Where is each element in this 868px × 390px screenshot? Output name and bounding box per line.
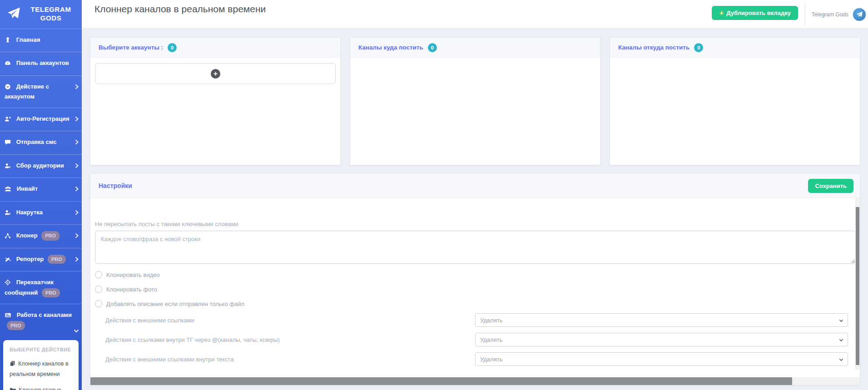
add-account-button[interactable]	[95, 63, 336, 84]
sidebar-item-home[interactable]: Главная	[0, 29, 82, 52]
user-chip[interactable]: Telegram Gods	[812, 0, 866, 29]
settings-title: Настройки	[99, 182, 132, 189]
avatar[interactable]	[853, 8, 866, 21]
channels-work-submenu: ВЫБЕРИТЕ ДЕЙСТВИЕ Клоннер каналов в реал…	[3, 340, 79, 390]
dashboard-icon	[5, 60, 11, 69]
keywords-label: Не пересылать посты с такими ключевыми с…	[95, 221, 848, 227]
chevron-right-icon	[74, 185, 79, 194]
select-row-label: Действия с внешними ссылками	[105, 317, 475, 324]
chevron-right-icon	[74, 138, 79, 148]
app-logo[interactable]: TELEGRAMGODS	[0, 0, 82, 29]
telegram-plane-icon	[6, 6, 21, 22]
duplicate-tab-label: Дублировать вкладку	[726, 10, 791, 16]
external-links-action-select[interactable]: Удалять	[475, 313, 848, 327]
checkbox-row-clone-video[interactable]: Клонировать видео	[95, 271, 848, 278]
submenu-header: ВЫБЕРИТЕ ДЕЙСТВИЕ	[10, 347, 73, 352]
panel-source-channels: Каналы откуда постить 0	[610, 38, 860, 165]
user-plus-icon	[5, 116, 11, 125]
page-title: Клоннер каналов в реальном времени	[94, 2, 276, 16]
pro-badge: PRO	[42, 288, 60, 298]
user-name: Telegram Gods	[812, 11, 848, 18]
clone-video-checkbox[interactable]	[95, 271, 102, 278]
sidebar-item-audience-collection[interactable]: Сбор аудитории	[0, 154, 82, 178]
users-icon	[5, 186, 11, 195]
sidebar-subitem-realtime-cloner[interactable]: Клоннер каналов в реальном времени	[10, 359, 73, 379]
sidebar-item-label: Панель аккаунтов	[16, 59, 69, 66]
sidebar-item-label: Накрутка	[16, 209, 43, 216]
sidebar-item-accounts-panel[interactable]: Панель аккаунтов	[0, 52, 82, 75]
checkbox-label: Добавлять описание если отправлен только…	[106, 301, 244, 307]
submenu-item-label: Клоннер каналов в реальном времени	[10, 360, 69, 377]
sidebar-item-label: Репортер	[16, 256, 44, 262]
top-header-bar: Клоннер каналов в реальном времени + Дуб…	[82, 0, 868, 29]
chat-icon	[5, 139, 11, 148]
panel-select-accounts: Выберите аккаунты : 0	[90, 38, 340, 165]
chevron-down-icon	[74, 327, 79, 336]
vertical-scrollbar-thumb[interactable]	[856, 207, 859, 365]
checkbox-label: Клонировать фото	[106, 286, 157, 293]
sidebar-item-invite[interactable]: Инвайт	[0, 178, 82, 201]
sidebar-subitem-old-posts-cloner[interactable]: Клоннер старых постов	[10, 385, 73, 390]
count-badge: 0	[694, 43, 703, 52]
panel-header: Выберите аккаунты : 0	[90, 38, 340, 58]
keywords-textarea[interactable]	[95, 231, 856, 264]
horizontal-scrollbar[interactable]	[90, 377, 860, 385]
sidebar-item-boosting[interactable]: Накрутка	[0, 201, 82, 225]
checkbox-row-clone-photo[interactable]: Клонировать фото	[95, 286, 848, 293]
sidebar-item-channels-work[interactable]: Работа с каналами PRO	[0, 304, 82, 336]
sidebar-item-send-sms[interactable]: Отправка смс	[0, 131, 82, 154]
sidebar-item-cloner[interactable]: Клонер PRO	[0, 224, 82, 248]
sidebar-item-label: Авто-Регистрация	[16, 115, 69, 122]
checkbox-row-add-description[interactable]: Добавлять описание если отправлен только…	[95, 300, 848, 307]
panel-header: Каналы куда постить 0	[350, 38, 600, 58]
duplicate-tab-button[interactable]: + Дублировать вкладку	[712, 6, 798, 20]
sidebar-item-account-actions[interactable]: Действие с аккаунтом	[0, 75, 82, 108]
list-card-icon	[5, 312, 11, 321]
pro-badge: PRO	[41, 231, 60, 241]
header-divider	[805, 3, 805, 26]
tg-links-action-select[interactable]: Удалять	[475, 333, 848, 346]
settings-card: Настройки Сохранить Не пересылать посты …	[90, 174, 860, 385]
chevron-right-icon	[74, 83, 79, 92]
sidebar-item-reporter[interactable]: Репортер PRO	[0, 248, 82, 272]
clone-photo-checkbox[interactable]	[95, 286, 102, 293]
user-gear-icon	[5, 163, 11, 172]
select-row-label: Действия с внешними ссылками внутри текс…	[105, 356, 475, 363]
inline-links-action-select[interactable]: Удалять	[475, 352, 848, 366]
settings-body: Не пересылать посты с такими ключевыми с…	[90, 198, 860, 377]
save-button[interactable]: Сохранить	[808, 179, 853, 193]
sidebar-item-auto-registration[interactable]: Авто-Регистрация	[0, 108, 82, 131]
pen-slash-icon	[5, 256, 11, 265]
count-badge: 0	[428, 43, 437, 52]
folder-icon	[10, 386, 16, 390]
sidebar-item-label: Инвайт	[17, 185, 38, 192]
settings-header: Настройки Сохранить	[90, 174, 860, 198]
panel-title: Каналы откуда постить	[618, 44, 689, 51]
horizontal-scrollbar-thumb[interactable]	[90, 377, 792, 385]
add-description-checkbox[interactable]	[95, 300, 102, 307]
panel-header: Каналы откуда постить 0	[610, 38, 860, 58]
chevron-right-icon	[74, 115, 79, 124]
chevron-right-icon	[74, 209, 79, 218]
sidebar-item-label: Сбор аудитории	[16, 162, 64, 169]
user-gear-icon	[5, 209, 11, 218]
plus-icon	[211, 69, 220, 79]
panel-title: Выберите аккаунты :	[99, 44, 163, 51]
pro-badge: PRO	[7, 321, 25, 331]
telegram-plane-icon	[856, 11, 863, 18]
select-row-tg-links: Действия с ссылками внутри ТГ через @(ка…	[95, 333, 848, 346]
app-name: TELEGRAMGODS	[25, 5, 76, 23]
crosshair-icon	[5, 279, 11, 288]
plus-icon: +	[719, 9, 724, 17]
sidebar-item-label: Клонер	[16, 232, 38, 239]
sidebar-item-label: Главная	[16, 36, 40, 43]
chevron-circle-icon	[5, 84, 11, 93]
sidebar-item-message-interceptor[interactable]: Перехватчик сообщений PRO	[0, 271, 82, 304]
select-row-inline-links: Действия с внешними ссылками внутри текс…	[95, 352, 848, 366]
copy-icon	[10, 360, 15, 370]
select-row-external-links: Действия с внешними ссылками Удалять	[95, 313, 848, 327]
vertical-scrollbar[interactable]	[855, 198, 860, 370]
sidebar-item-label: Действие с аккаунтом	[5, 83, 49, 100]
sidebar-item-label: Отправка смс	[16, 138, 57, 145]
select-wrap: Удалять	[475, 352, 848, 366]
